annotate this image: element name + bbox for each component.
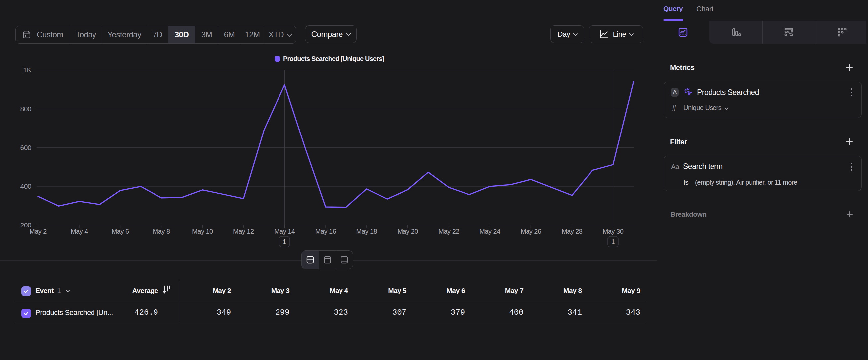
- svg-text:May 2: May 2: [30, 228, 47, 235]
- svg-text:May 8: May 8: [153, 228, 170, 235]
- svg-text:May 20: May 20: [397, 228, 418, 235]
- svg-text:May 16: May 16: [315, 228, 336, 235]
- svg-text:May 14: May 14: [274, 228, 295, 235]
- svg-text:May 4: May 4: [71, 228, 88, 235]
- svg-text:May 12: May 12: [233, 228, 254, 235]
- svg-text:May 30: May 30: [603, 228, 624, 235]
- svg-text:1: 1: [611, 238, 615, 245]
- svg-text:May 26: May 26: [521, 228, 541, 235]
- svg-text:1K: 1K: [23, 66, 31, 74]
- svg-text:May 6: May 6: [112, 228, 129, 235]
- svg-text:400: 400: [20, 182, 31, 190]
- svg-text:May 28: May 28: [562, 228, 583, 235]
- svg-text:1: 1: [283, 238, 286, 245]
- svg-text:800: 800: [20, 105, 31, 113]
- svg-text:600: 600: [20, 144, 31, 151]
- svg-text:May 22: May 22: [438, 228, 459, 235]
- svg-text:May 18: May 18: [356, 228, 377, 235]
- svg-text:May 24: May 24: [479, 228, 500, 235]
- svg-text:May 10: May 10: [192, 228, 213, 235]
